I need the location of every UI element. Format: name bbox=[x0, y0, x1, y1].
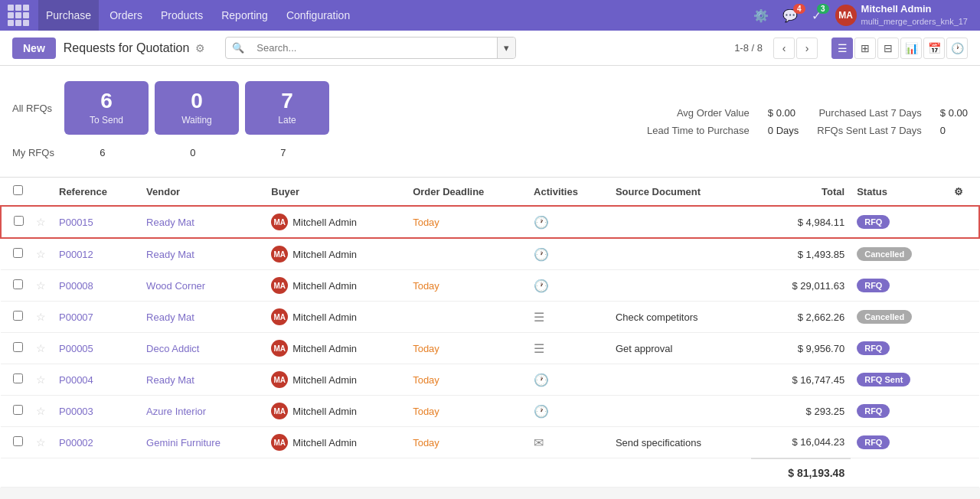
kanban-view-button[interactable]: ⊞ bbox=[854, 38, 876, 59]
col-vendor: Vendor bbox=[140, 178, 265, 206]
settings-gear-icon[interactable]: ⚙ bbox=[195, 42, 205, 54]
source-text: Get approval bbox=[616, 343, 672, 354]
chart-view-button[interactable]: 📊 bbox=[900, 38, 922, 59]
messages-button[interactable]: 💬 4 bbox=[778, 5, 802, 26]
vendor-link[interactable]: Ready Mat bbox=[146, 249, 194, 260]
reference-link[interactable]: P00004 bbox=[59, 374, 93, 386]
total-cell: $ 29,011.63 bbox=[751, 270, 851, 302]
table-row[interactable]: ☆ P00004 Ready Mat MA Mitchell Admin Tod… bbox=[1, 364, 979, 396]
vendor-link[interactable]: Wood Corner bbox=[146, 280, 205, 292]
buyer-name: Mitchell Admin bbox=[292, 343, 357, 354]
nav-configuration[interactable]: Configuration bbox=[279, 0, 358, 31]
table-row[interactable]: ☆ P00015 Ready Mat MA Mitchell Admin Tod… bbox=[1, 206, 979, 238]
favorite-star-icon[interactable]: ☆ bbox=[36, 216, 46, 228]
row-checkbox[interactable] bbox=[13, 311, 23, 321]
stat-card-waiting[interactable]: 0 Waiting bbox=[155, 81, 239, 135]
row-checkbox[interactable] bbox=[13, 279, 23, 289]
source-text: Check competitors bbox=[616, 311, 698, 323]
total-cell: $ 16,747.45 bbox=[751, 364, 851, 396]
row-checkbox[interactable] bbox=[13, 436, 23, 446]
select-all-checkbox[interactable] bbox=[13, 185, 23, 195]
my-rfq-waiting: 0 bbox=[151, 144, 235, 161]
nav-purchase[interactable]: Purchase bbox=[38, 0, 99, 31]
buyer-avatar: MA bbox=[271, 214, 288, 230]
my-rfqs-label: My RFQs bbox=[12, 147, 54, 158]
source-text: Send specifications bbox=[616, 437, 701, 448]
row-checkbox[interactable] bbox=[13, 373, 23, 383]
lead-time-value: 0 Days bbox=[768, 125, 799, 136]
status-badge: RFQ bbox=[857, 341, 890, 355]
vendor-link[interactable]: Deco Addict bbox=[146, 343, 199, 354]
buyer-cell: MA Mitchell Admin bbox=[271, 434, 400, 451]
buyer-name: Mitchell Admin bbox=[292, 311, 357, 323]
my-rfq-late: 7 bbox=[241, 144, 325, 161]
rfqs-block: All RFQs 6 To Send 0 Waiting 7 Late My R… bbox=[12, 81, 329, 161]
vendor-link[interactable]: Ready Mat bbox=[146, 311, 194, 323]
next-page-button[interactable]: › bbox=[796, 38, 818, 59]
vendor-link[interactable]: Ready Mat bbox=[146, 374, 194, 386]
prev-page-button[interactable]: ‹ bbox=[773, 38, 795, 59]
nav-orders[interactable]: Orders bbox=[102, 0, 150, 31]
table-row[interactable]: ☆ P00003 Azure Interior MA Mitchell Admi… bbox=[1, 396, 979, 427]
col-settings[interactable]: ⚙ bbox=[948, 178, 979, 206]
status-cell: RFQ bbox=[851, 206, 948, 238]
table-row[interactable]: ☆ P00005 Deco Addict MA Mitchell Admin T… bbox=[1, 333, 979, 364]
new-button[interactable]: New bbox=[12, 38, 56, 59]
user-menu[interactable]: MA Mitchell Admin multi_merge_orders_knk… bbox=[831, 3, 972, 27]
vendor-link[interactable]: Ready Mat bbox=[146, 217, 194, 228]
favorite-star-icon[interactable]: ☆ bbox=[36, 248, 46, 260]
total-footer: $ 81,193.48 bbox=[751, 458, 851, 488]
table-row[interactable]: ☆ P00008 Wood Corner MA Mitchell Admin T… bbox=[1, 270, 979, 302]
settings-icon-button[interactable]: ⚙️ bbox=[749, 5, 773, 26]
reference-link[interactable]: P00008 bbox=[59, 280, 93, 292]
buyer-cell: MA Mitchell Admin bbox=[271, 308, 400, 325]
reference-link[interactable]: P00002 bbox=[59, 437, 93, 448]
row-checkbox[interactable] bbox=[13, 405, 23, 415]
reference-link[interactable]: P00015 bbox=[59, 217, 93, 228]
row-checkbox[interactable] bbox=[13, 342, 23, 352]
table-view-button[interactable]: ⊟ bbox=[877, 38, 899, 59]
favorite-star-icon[interactable]: ☆ bbox=[36, 373, 46, 386]
stat-card-late[interactable]: 7 Late bbox=[245, 81, 329, 135]
nav-products[interactable]: Products bbox=[153, 0, 211, 31]
stat-card-to-send[interactable]: 6 To Send bbox=[64, 81, 149, 135]
status-cell: Cancelled bbox=[851, 238, 948, 270]
vendor-link[interactable]: Azure Interior bbox=[146, 406, 206, 417]
source-cell bbox=[609, 396, 751, 427]
favorite-star-icon[interactable]: ☆ bbox=[36, 342, 46, 354]
status-cell: RFQ bbox=[851, 427, 948, 458]
favorite-star-icon[interactable]: ☆ bbox=[36, 405, 46, 417]
activities-cell: 🕐 bbox=[528, 206, 609, 238]
reference-link[interactable]: P00007 bbox=[59, 311, 93, 323]
source-cell bbox=[609, 238, 751, 270]
table-row[interactable]: ☆ P00012 Ready Mat MA Mitchell Admin 🕐 $… bbox=[1, 238, 979, 270]
clock-view-button[interactable]: 🕐 bbox=[946, 38, 968, 59]
status-cell: RFQ Sent bbox=[851, 364, 948, 396]
row-checkbox[interactable] bbox=[14, 216, 24, 226]
list-view-button[interactable]: ☰ bbox=[831, 38, 853, 59]
reference-link[interactable]: P00003 bbox=[59, 406, 93, 417]
status-cell: RFQ bbox=[851, 396, 948, 427]
deadline-text: Today bbox=[413, 437, 439, 448]
avg-order-value: $ 0.00 bbox=[768, 107, 799, 119]
lead-time-label: Lead Time to Purchase bbox=[645, 125, 750, 136]
activities-cell: 🕐 bbox=[528, 396, 609, 427]
col-total: Total bbox=[751, 178, 851, 206]
favorite-star-icon[interactable]: ☆ bbox=[36, 279, 46, 292]
activity-button[interactable]: ✓ 3 bbox=[807, 5, 826, 26]
favorite-star-icon[interactable]: ☆ bbox=[36, 436, 46, 448]
status-badge: RFQ bbox=[857, 215, 890, 229]
search-input[interactable] bbox=[250, 38, 497, 58]
reference-link[interactable]: P00005 bbox=[59, 343, 93, 354]
calendar-view-button[interactable]: 📅 bbox=[923, 38, 945, 59]
source-cell bbox=[609, 270, 751, 302]
reference-link[interactable]: P00012 bbox=[59, 249, 93, 260]
nav-reporting[interactable]: Reporting bbox=[214, 0, 276, 31]
search-dropdown-button[interactable]: ▾ bbox=[497, 38, 515, 58]
table-row[interactable]: ☆ P00007 Ready Mat MA Mitchell Admin ☰ C… bbox=[1, 302, 979, 333]
row-checkbox[interactable] bbox=[13, 248, 23, 258]
table-row[interactable]: ☆ P00002 Gemini Furniture MA Mitchell Ad… bbox=[1, 427, 979, 458]
vendor-link[interactable]: Gemini Furniture bbox=[146, 437, 220, 448]
apps-menu-button[interactable] bbox=[8, 5, 29, 26]
favorite-star-icon[interactable]: ☆ bbox=[36, 311, 46, 323]
